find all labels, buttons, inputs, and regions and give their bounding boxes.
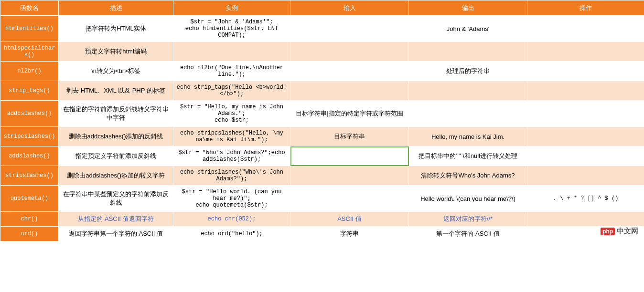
table-row: stripcslashes()删除由addcslashes()添加的反斜线ech… <box>0 127 644 146</box>
fn-name-cell: stripslashes() <box>0 166 59 186</box>
desc-cell: \n转义为<br>标签 <box>59 62 173 81</box>
output-cell: Hello, my name is Kai Jim. <box>409 127 527 146</box>
example-cell: $str = "Hello world. (can you hear me?)"… <box>173 186 290 212</box>
fn-name-cell: ord() <box>0 227 59 241</box>
table-body: htmlentities()把字符转为HTML实体$str = "John & … <box>0 16 644 241</box>
input-cell <box>290 146 409 166</box>
table-row: ord()返回字符串第一个字符的 ASCII 值echo ord("hello"… <box>0 227 644 241</box>
output-cell: 返回对应的字符//* <box>409 212 527 227</box>
watermark: php 中文网 <box>599 226 640 237</box>
example-cell: $str = "Hello, my name is John Adams.";e… <box>173 101 290 127</box>
output-cell <box>409 81 527 101</box>
op-cell <box>527 101 644 127</box>
watermark-badge: php <box>601 228 615 235</box>
col-header-0: 函数名 <box>0 0 59 16</box>
op-cell <box>527 81 644 101</box>
op-cell <box>527 127 644 146</box>
desc-cell: 删除由addslashes()添加的转义字符 <box>59 166 173 186</box>
col-header-1: 描述 <box>59 0 173 16</box>
desc-cell: 预定义字符转html编码 <box>59 42 173 62</box>
output-cell: 把目标串中的' " \和null进行转义处理 <box>409 146 527 166</box>
example-cell <box>173 42 290 62</box>
col-header-5: 操作 <box>527 0 644 16</box>
output-cell: John & 'Adams' <box>409 16 527 42</box>
example-cell: echo chr(052); <box>173 212 290 227</box>
table-row: nl2br()\n转义为<br>标签echo nl2br("One line.\… <box>0 62 644 81</box>
output-cell: Hello world\. \(can you hear me\?\) <box>409 186 527 212</box>
desc-cell: 把字符转为HTML实体 <box>59 16 173 42</box>
example-cell: $str = "Who's John Adams?";echo addslash… <box>173 146 290 166</box>
table-header: 函数名描述实例输入输出操作 <box>0 0 644 16</box>
fn-name-cell: addslashes() <box>0 146 59 166</box>
table-row: chr()从指定的 ASCII 值返回字符echo chr(052);ASCII… <box>0 212 644 227</box>
table-row: htmlspecialchars()预定义字符转html编码 <box>0 42 644 62</box>
table-row: strip_tags()剥去 HTML、XML 以及 PHP 的标签echo s… <box>0 81 644 101</box>
table-row: addslashes()指定预定义字符前添加反斜线$str = "Who's J… <box>0 146 644 166</box>
desc-cell: 返回字符串第一个字符的 ASCII 值 <box>59 227 173 241</box>
op-cell <box>527 212 644 227</box>
desc-cell: 指定预定义字符前添加反斜线 <box>59 146 173 166</box>
fn-name-cell: addcslashes() <box>0 101 59 127</box>
watermark-text: 中文网 <box>617 227 638 236</box>
op-cell: . \ + * ? [] ^ $ () <box>527 186 644 212</box>
example-cell: echo nl2br("One line.\nAnother line."); <box>173 62 290 81</box>
output-cell <box>409 101 527 127</box>
input-cell: 目标字符串|指定的特定字符或字符范围 <box>290 101 409 127</box>
fn-name-cell: nl2br() <box>0 62 59 81</box>
example-cell: echo strip_tags("Hello <b>world!</b>"); <box>173 81 290 101</box>
example-cell: $str = "John & 'Adams'";echo htmlentitie… <box>173 16 290 42</box>
table-row: htmlentities()把字符转为HTML实体$str = "John & … <box>0 16 644 42</box>
input-cell <box>290 42 409 62</box>
input-cell: 目标字符串 <box>290 127 409 146</box>
col-header-3: 输入 <box>290 0 409 16</box>
fn-name-cell: strip_tags() <box>0 81 59 101</box>
op-cell <box>527 62 644 81</box>
input-cell: 字符串 <box>290 227 409 241</box>
fn-name-cell: chr() <box>0 212 59 227</box>
col-header-4: 输出 <box>409 0 527 16</box>
op-cell <box>527 16 644 42</box>
example-cell: echo stripslashes("Who\'s John Adams?"); <box>173 166 290 186</box>
input-cell <box>290 81 409 101</box>
col-header-2: 实例 <box>173 0 290 16</box>
input-cell <box>290 16 409 42</box>
fn-name-cell: htmlspecialchars() <box>0 42 59 62</box>
input-cell <box>290 62 409 81</box>
example-cell: echo ord("hello"); <box>173 227 290 241</box>
input-cell: ASCII 值 <box>290 212 409 227</box>
table-row: addcslashes()在指定的字符前添加反斜线转义字符串中字符$str = … <box>0 101 644 127</box>
table-row: stripslashes()删除由addslashes()添加的转义字符echo… <box>0 166 644 186</box>
desc-cell: 从指定的 ASCII 值返回字符 <box>59 212 173 227</box>
op-cell <box>527 146 644 166</box>
op-cell <box>527 42 644 62</box>
output-cell: 处理后的字符串 <box>409 62 527 81</box>
op-cell <box>527 166 644 186</box>
input-cell <box>290 186 409 212</box>
output-cell <box>409 42 527 62</box>
functions-table: 函数名描述实例输入输出操作 htmlentities()把字符转为HTML实体$… <box>0 0 644 241</box>
output-cell: 清除转义符号Who's John Adams? <box>409 166 527 186</box>
fn-name-cell: quotemeta() <box>0 186 59 212</box>
desc-cell: 在指定的字符前添加反斜线转义字符串中字符 <box>59 101 173 127</box>
input-cell <box>290 166 409 186</box>
table-row: quotemeta()在字符串中某些预定义的字符前添加反斜线$str = "He… <box>0 186 644 212</box>
desc-cell: 删除由addcslashes()添加的反斜线 <box>59 127 173 146</box>
output-cell: 第一个字符的 ASCII 值 <box>409 227 527 241</box>
desc-cell: 在字符串中某些预定义的字符前添加反斜线 <box>59 186 173 212</box>
fn-name-cell: htmlentities() <box>0 16 59 42</box>
desc-cell: 剥去 HTML、XML 以及 PHP 的标签 <box>59 81 173 101</box>
fn-name-cell: stripcslashes() <box>0 127 59 146</box>
example-cell: echo stripcslashes("Hello, \my na\me is … <box>173 127 290 146</box>
